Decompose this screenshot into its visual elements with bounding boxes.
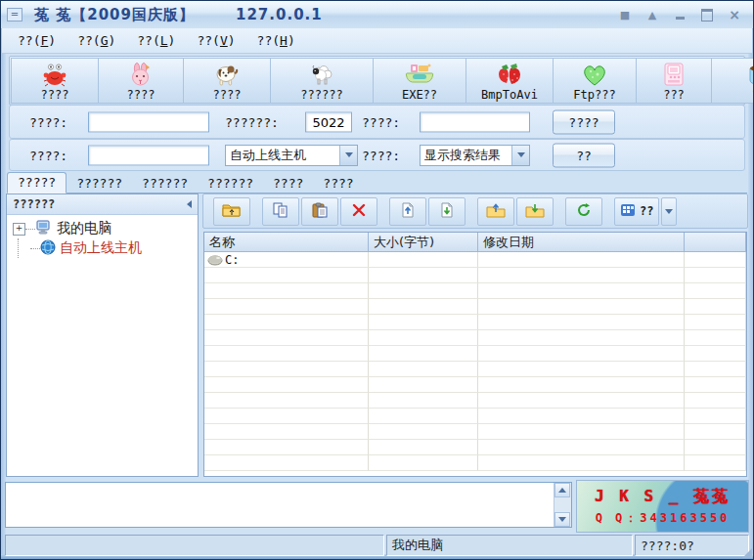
toolbar-button-label: BmpToAvi	[481, 88, 538, 102]
folder-up-button[interactable]	[213, 197, 250, 226]
folder-upload-button[interactable]	[477, 197, 514, 226]
delete-button[interactable]	[340, 197, 377, 226]
tree-header: ??????	[7, 194, 198, 215]
system-menu-icon[interactable]: =	[7, 8, 22, 22]
skin-button[interactable]: ■	[616, 7, 634, 22]
minimize-button[interactable]	[671, 7, 688, 22]
strawberry-icon	[496, 62, 523, 88]
menu-label: ??(	[137, 33, 159, 48]
tab-4[interactable]: ??????	[198, 174, 263, 194]
toolbar-button-label: ????	[213, 88, 242, 102]
keyword-input[interactable]	[88, 145, 209, 165]
file-date	[478, 252, 685, 268]
tab-6[interactable]: ????	[313, 174, 363, 194]
tab-3[interactable]: ??????	[132, 174, 198, 194]
toolbar-button-label: Ftp???	[573, 88, 615, 102]
tab-1[interactable]: ?????	[7, 172, 67, 194]
host-label: ????:	[29, 114, 67, 129]
rollup-button[interactable]: ▲	[643, 7, 661, 22]
search-button[interactable]: ??	[553, 143, 615, 167]
refresh-button[interactable]	[565, 197, 602, 226]
green-heart-icon	[581, 62, 608, 88]
tree-connector	[25, 229, 35, 230]
refresh-icon	[576, 202, 592, 221]
folder-download-button[interactable]	[516, 197, 554, 226]
toolbar-button-5[interactable]: EXE??	[373, 58, 466, 104]
menu-label: )	[48, 33, 56, 48]
views-dropdown-button[interactable]	[661, 197, 677, 226]
result-mode-value: 显示搜索结果	[421, 147, 511, 164]
scroll-up-button[interactable]	[554, 483, 570, 497]
menu-label: )	[108, 33, 115, 48]
toolbar-button-label: ??????	[300, 88, 342, 102]
tree-connector	[18, 238, 30, 258]
copy-button[interactable]	[262, 197, 299, 226]
collapse-panel-icon[interactable]	[187, 200, 192, 208]
menu-item-g[interactable]: ??(G)	[77, 33, 115, 48]
tab-5[interactable]: ????	[263, 174, 313, 194]
column-header-name[interactable]: 名称	[204, 233, 369, 252]
tab-2[interactable]: ??????	[67, 174, 132, 194]
host-input[interactable]	[88, 111, 209, 132]
file-download-button[interactable]	[428, 197, 466, 226]
menu-label: ??(	[197, 33, 219, 48]
toolbar-button-7[interactable]: Ftp???	[553, 58, 637, 104]
column-header-date[interactable]: 修改日期	[478, 233, 685, 252]
maximize-button[interactable]	[698, 7, 716, 22]
toolbar-button-1[interactable]: ????	[11, 58, 99, 104]
menu-label: ??(	[77, 33, 100, 48]
scroll-down-button[interactable]	[554, 512, 570, 527]
apply-button[interactable]: ????	[553, 109, 615, 134]
port-label: ??????:	[225, 114, 279, 129]
menu-item-help[interactable]: ??(H)	[257, 33, 295, 48]
table-row	[204, 362, 746, 377]
globe-icon	[40, 239, 56, 258]
param-input[interactable]	[420, 111, 530, 132]
grid-view-icon	[620, 202, 636, 221]
menu-item-file[interactable]: ??(F)	[18, 33, 56, 48]
hosts-tree-panel: ?????? + 我的电脑 自动上线主机	[6, 194, 199, 477]
toolbar-button-6[interactable]: BmpToAvi	[466, 58, 554, 104]
combobox-dropdown-button[interactable]	[511, 146, 529, 165]
resize-grip[interactable]	[742, 548, 752, 558]
param-label: ????:	[362, 114, 400, 129]
tabbar: ????? ?????? ?????? ?????? ???? ????	[7, 172, 747, 194]
port-input[interactable]	[305, 111, 352, 132]
tree-item-my-computer[interactable]: + 我的电脑	[7, 219, 198, 238]
toolbar-button-label: ????	[41, 88, 69, 102]
combobox-dropdown-button[interactable]	[339, 146, 357, 165]
log-output[interactable]	[5, 482, 572, 528]
copy-icon	[272, 202, 289, 221]
log-scrollbar[interactable]	[554, 483, 571, 527]
window-title-ip: 127.0.0.1	[236, 6, 323, 23]
table-row-c-drive[interactable]: C:	[204, 252, 746, 268]
table-row	[204, 268, 746, 283]
views-button[interactable]: ??	[614, 197, 659, 226]
tree-header-label: ??????	[13, 197, 55, 211]
toolbar-button-9[interactable]: ??	[711, 58, 754, 104]
chevron-down-icon	[558, 517, 566, 522]
branding-qq: Q Q：343163550	[596, 510, 731, 527]
result-mode-combobox[interactable]: 显示搜索结果	[420, 145, 530, 166]
host-mode-combobox[interactable]: 自动上线主机	[225, 145, 358, 166]
table-row	[204, 283, 746, 299]
column-header-size[interactable]: 大小(字节)	[369, 233, 478, 252]
menu-key: L	[160, 33, 168, 48]
close-button[interactable]: ×	[726, 7, 743, 22]
search-settings-row: ????: 自动上线主机 ????: 显示搜索结果 ??	[9, 139, 745, 171]
toolbar-button-8[interactable]: ???	[636, 58, 712, 104]
menu-item-l[interactable]: ??(L)	[137, 33, 175, 48]
tree-item-auto-online-hosts[interactable]: 自动上线主机	[7, 238, 198, 258]
table-row	[204, 440, 746, 455]
file-table: 名称 大小(字节) 修改日期 C:	[203, 232, 747, 477]
tree-item-label: 我的电脑	[57, 220, 111, 237]
toolbar-button-4[interactable]: ??????	[270, 58, 374, 104]
file-upload-button[interactable]	[389, 197, 426, 226]
paste-button[interactable]	[301, 197, 338, 226]
toolbar-button-2[interactable]: ????	[98, 58, 184, 104]
table-row	[204, 455, 746, 471]
menu-label: )	[168, 33, 176, 48]
expand-icon[interactable]: +	[13, 223, 25, 236]
toolbar-button-3[interactable]: ????	[183, 58, 271, 104]
menu-item-view[interactable]: ??(V)	[197, 33, 235, 48]
